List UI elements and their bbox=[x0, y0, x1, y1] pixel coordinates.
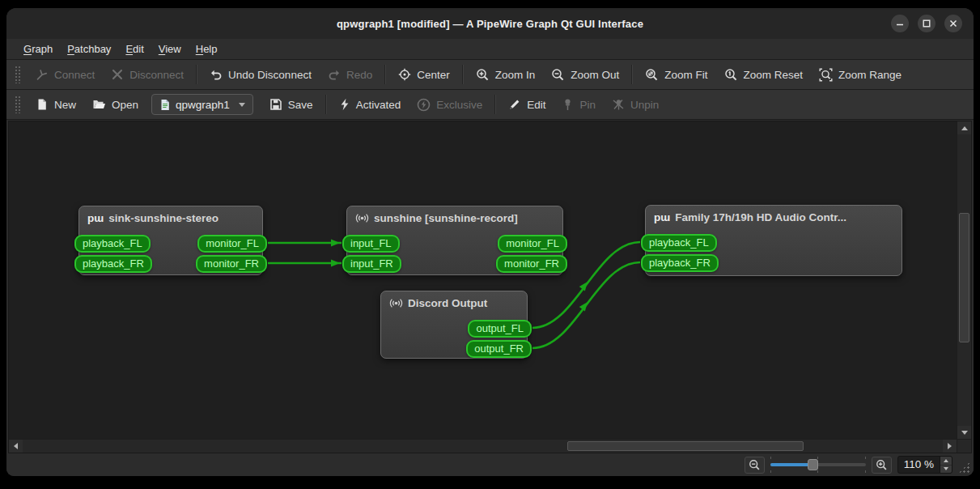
zoom-in-label: Zoom In bbox=[495, 69, 536, 81]
node-title: sink-sunshine-stereo bbox=[108, 212, 218, 224]
menu-help-rest: elp bbox=[203, 43, 217, 55]
port-monitor_FR[interactable]: monitor_FR bbox=[196, 255, 267, 273]
zoom-reset-icon bbox=[724, 68, 738, 82]
activated-lightning-icon bbox=[339, 98, 350, 111]
exclusive-button[interactable]: Exclusive bbox=[409, 93, 490, 116]
patchbay-select[interactable]: qpwgraph1 bbox=[151, 94, 253, 115]
graph-view-frame: pɯsink-sunshine-stereoplayback_FLplaybac… bbox=[8, 121, 972, 453]
toolbar-drag-handle[interactable] bbox=[15, 96, 21, 113]
redo-button[interactable]: Redo bbox=[320, 63, 380, 86]
node-header[interactable]: pɯFamily 17h/19h HD Audio Contr... bbox=[646, 206, 902, 223]
port-playback_FL[interactable]: playback_FL bbox=[74, 235, 151, 253]
zoom-fit-button[interactable]: Zoom Fit bbox=[637, 63, 715, 86]
zoom-spin-buttons bbox=[940, 457, 952, 473]
node-sink-sunshine-stereo[interactable]: pɯsink-sunshine-stereoplayback_FLplaybac… bbox=[78, 206, 263, 275]
statusbar-zoom-in-button[interactable] bbox=[872, 457, 892, 474]
vertical-scrollbar[interactable] bbox=[957, 121, 971, 439]
node-sunshine[interactable]: sunshine [sunshine-record]input_FLinput_… bbox=[346, 206, 563, 275]
window-resize-grip[interactable] bbox=[958, 461, 970, 474]
menu-edit[interactable]: Edit bbox=[118, 40, 151, 57]
activated-button[interactable]: Activated bbox=[331, 93, 409, 116]
slider-tick bbox=[770, 470, 771, 473]
exclusive-label: Exclusive bbox=[436, 99, 482, 111]
zoom-fit-label: Zoom Fit bbox=[664, 69, 707, 81]
connect-label: Connect bbox=[54, 69, 95, 81]
port-input_FL[interactable]: input_FL bbox=[342, 235, 400, 253]
save-label: Save bbox=[288, 99, 313, 111]
new-file-icon bbox=[36, 98, 49, 111]
port-output_FL[interactable]: output_FL bbox=[468, 320, 532, 338]
new-button[interactable]: New bbox=[28, 93, 84, 116]
node-family-hd-audio[interactable]: pɯFamily 17h/19h HD Audio Contr...playba… bbox=[645, 205, 902, 276]
node-header[interactable]: pɯsink-sunshine-stereo bbox=[79, 206, 262, 224]
port-monitor_FL[interactable]: monitor_FL bbox=[498, 235, 567, 253]
close-button[interactable] bbox=[944, 15, 962, 32]
zoom-spin-down-button[interactable] bbox=[940, 465, 952, 474]
toolbar-drag-handle[interactable] bbox=[15, 66, 21, 83]
chevron-down-icon bbox=[239, 103, 245, 107]
port-playback_FL[interactable]: playback_FL bbox=[641, 234, 717, 252]
zoom-in-button[interactable]: Zoom In bbox=[468, 63, 544, 86]
center-button[interactable]: Center bbox=[390, 63, 458, 86]
unpin-button[interactable]: Unpin bbox=[604, 93, 667, 116]
zoom-spinbox[interactable]: 110 % bbox=[897, 456, 952, 474]
unpin-label: Unpin bbox=[630, 99, 659, 111]
node-header[interactable]: sunshine [sunshine-record] bbox=[347, 206, 562, 224]
menu-patchbay-accel: P bbox=[67, 43, 74, 55]
menu-help[interactable]: Help bbox=[189, 40, 225, 57]
menu-patchbay-rest: atchbay bbox=[74, 43, 112, 55]
maximize-icon bbox=[923, 19, 931, 28]
node-title: sunshine [sunshine-record] bbox=[374, 212, 518, 224]
zoom-slider[interactable] bbox=[770, 457, 866, 473]
zoom-out-button[interactable]: Zoom Out bbox=[543, 63, 627, 86]
connection-wires bbox=[9, 121, 957, 439]
connect-button[interactable]: Connect bbox=[28, 63, 103, 86]
graph-toolbar: Connect Disconnect Undo Disconnect Redo … bbox=[6, 60, 974, 90]
port-output_FR[interactable]: output_FR bbox=[466, 340, 532, 358]
scroll-down-button[interactable] bbox=[957, 426, 971, 439]
save-button[interactable]: Save bbox=[261, 93, 321, 116]
title-bar[interactable]: qpwgraph1 [modified] — A PipeWire Graph … bbox=[6, 8, 974, 39]
arrow-right-icon bbox=[948, 443, 952, 449]
graph-canvas[interactable]: pɯsink-sunshine-stereoplayback_FLplaybac… bbox=[9, 121, 957, 439]
menu-bar: Graph Patchbay Edit View Help bbox=[6, 39, 974, 60]
zoom-spin-up-button[interactable] bbox=[940, 457, 952, 465]
zoom-range-button[interactable]: Zoom Range bbox=[811, 63, 910, 86]
window-controls bbox=[891, 8, 962, 39]
arrow-up-icon bbox=[961, 126, 968, 130]
slider-tick bbox=[865, 470, 866, 473]
zoom-reset-button[interactable]: Zoom Reset bbox=[716, 63, 812, 86]
pin-button[interactable]: Pin bbox=[554, 93, 604, 116]
port-monitor_FL[interactable]: monitor_FL bbox=[197, 235, 267, 253]
node-discord-output[interactable]: Discord Outputoutput_FLoutput_FR bbox=[380, 291, 528, 359]
statusbar-zoom-out-button[interactable] bbox=[745, 457, 765, 474]
disconnect-button[interactable]: Disconnect bbox=[103, 63, 192, 86]
scroll-right-button[interactable] bbox=[943, 440, 957, 453]
menu-view-accel: V bbox=[159, 43, 165, 55]
zoom-slider-handle[interactable] bbox=[808, 459, 818, 470]
port-playback_FR[interactable]: playback_FR bbox=[74, 255, 152, 273]
scroll-left-button[interactable] bbox=[9, 440, 23, 453]
minimize-button[interactable] bbox=[891, 15, 909, 32]
stream-icon bbox=[355, 212, 369, 224]
menu-graph[interactable]: Graph bbox=[16, 40, 60, 57]
spin-down-icon bbox=[944, 467, 948, 470]
wire-arrow-icon bbox=[331, 240, 340, 247]
port-input_FR[interactable]: input_FR bbox=[342, 255, 401, 273]
edit-button[interactable]: Edit bbox=[500, 93, 554, 116]
port-monitor_FR[interactable]: monitor_FR bbox=[496, 255, 567, 273]
menu-view[interactable]: View bbox=[151, 40, 189, 57]
undo-disconnect-button[interactable]: Undo Disconnect bbox=[202, 63, 320, 86]
slider-tick bbox=[770, 457, 771, 459]
open-button[interactable]: Open bbox=[84, 93, 146, 116]
node-header[interactable]: Discord Output bbox=[381, 291, 527, 309]
menu-patchbay[interactable]: Patchbay bbox=[60, 40, 118, 57]
vertical-scrollbar-thumb[interactable] bbox=[959, 213, 969, 342]
horizontal-scrollbar-thumb[interactable] bbox=[567, 441, 804, 451]
menu-edit-accel: E bbox=[125, 43, 133, 55]
port-playback_FR[interactable]: playback_FR bbox=[641, 254, 719, 272]
maximize-button[interactable] bbox=[918, 15, 935, 32]
pin-icon bbox=[562, 98, 574, 111]
scroll-up-button[interactable] bbox=[957, 121, 971, 134]
horizontal-scrollbar[interactable] bbox=[9, 440, 957, 453]
